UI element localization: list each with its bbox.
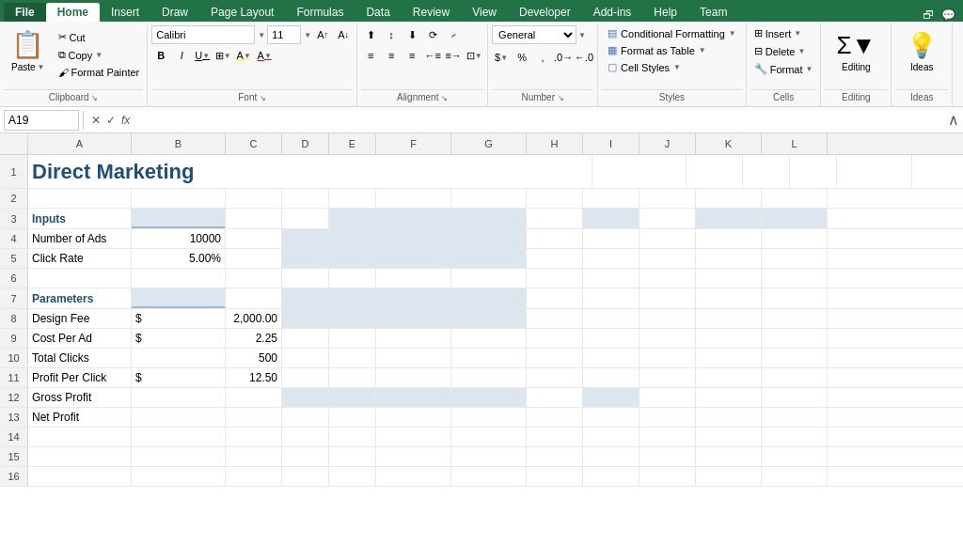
cell-k13[interactable]: [696, 408, 762, 427]
row-header-2[interactable]: 2: [0, 189, 28, 208]
name-box[interactable]: [4, 110, 79, 131]
cell-f9[interactable]: [376, 329, 451, 348]
cell-i6[interactable]: [583, 269, 639, 288]
cell-j7[interactable]: [639, 288, 696, 308]
cell-b9[interactable]: $: [132, 329, 226, 348]
row-header-10[interactable]: 10: [0, 349, 28, 367]
underline-button[interactable]: U▼: [193, 46, 212, 65]
format-dropdown[interactable]: ▼: [806, 65, 813, 73]
cell-l10[interactable]: [762, 349, 828, 367]
align-left-button[interactable]: ≡: [361, 46, 380, 65]
restore-icon[interactable]: 🗗: [923, 8, 934, 22]
cell-l11[interactable]: [762, 368, 828, 387]
cell-g2[interactable]: [451, 189, 527, 208]
cell-k8[interactable]: [696, 309, 762, 328]
cell-e3[interactable]: [329, 209, 376, 228]
cell-g9[interactable]: [451, 329, 527, 348]
cell-h12[interactable]: [527, 388, 583, 407]
cell-f5[interactable]: [376, 249, 451, 268]
cell-f8[interactable]: [376, 309, 451, 328]
fill-color-button[interactable]: A▼: [234, 46, 253, 65]
cell-j4[interactable]: [639, 229, 696, 248]
row-header-14[interactable]: 14: [0, 428, 28, 446]
confirm-formula-icon[interactable]: ✓: [106, 114, 116, 127]
copy-button[interactable]: ⧉ Copy ▼: [55, 47, 144, 63]
cell-b4[interactable]: 10000: [132, 229, 226, 248]
conditional-formatting-dropdown[interactable]: ▼: [729, 29, 736, 38]
corner-cell[interactable]: [0, 133, 28, 154]
tab-insert[interactable]: Insert: [100, 3, 150, 22]
font-size-input[interactable]: [267, 25, 301, 44]
row-header-16[interactable]: 16: [0, 467, 28, 486]
row-header-1[interactable]: 1: [0, 155, 28, 188]
cell-e12[interactable]: [329, 388, 376, 407]
paste-dropdown[interactable]: ▼: [38, 63, 45, 71]
cell-k4[interactable]: [696, 229, 762, 248]
decrease-decimal-button[interactable]: ←.0: [575, 48, 593, 67]
cell-j6[interactable]: [639, 269, 696, 288]
delete-button[interactable]: ⊟ Delete ▼: [750, 43, 817, 59]
cell-j11[interactable]: [639, 368, 696, 387]
cell-k6[interactable]: [696, 269, 762, 288]
cell-d10[interactable]: [282, 349, 329, 367]
cell-f7[interactable]: [376, 288, 451, 308]
cell-d13[interactable]: [282, 408, 329, 427]
cell-i13[interactable]: [583, 408, 639, 427]
cell-j10[interactable]: [639, 349, 696, 367]
cell-j12[interactable]: [639, 388, 696, 407]
italic-button[interactable]: I: [172, 46, 191, 65]
cell-l12[interactable]: [762, 388, 828, 407]
merge-center-button[interactable]: ⊡▼: [465, 46, 483, 65]
cell-d5[interactable]: [282, 249, 329, 268]
row-header-9[interactable]: 9: [0, 329, 28, 348]
cell-k3[interactable]: [696, 209, 762, 228]
cell-c7[interactable]: [226, 288, 282, 308]
cell-e13[interactable]: [329, 408, 376, 427]
cell-h3[interactable]: [527, 209, 583, 228]
cell-h4[interactable]: [527, 229, 583, 248]
cell-a9[interactable]: Cost Per Ad: [28, 329, 132, 348]
cell-k7[interactable]: [696, 288, 762, 308]
cell-a11[interactable]: Profit Per Click: [28, 368, 132, 387]
cell-d12[interactable]: [282, 388, 329, 407]
cell-e1[interactable]: [790, 155, 837, 188]
cell-b11[interactable]: $: [132, 368, 226, 387]
cell-f12[interactable]: [376, 388, 451, 407]
number-format-select[interactable]: General Number Currency Percentage: [492, 25, 576, 44]
cell-a3[interactable]: Inputs: [28, 209, 132, 228]
cell-f13[interactable]: [376, 408, 451, 427]
cell-h9[interactable]: [527, 329, 583, 348]
paste-button[interactable]: 📋 Paste ▼: [4, 25, 53, 87]
increase-decimal-button[interactable]: .0→: [554, 48, 573, 67]
cell-b3[interactable]: [132, 209, 226, 228]
format-button[interactable]: 🔧 Format ▼: [750, 61, 817, 77]
cell-h11[interactable]: [527, 368, 583, 387]
cell-a12[interactable]: Gross Profit: [28, 388, 132, 407]
cell-a8[interactable]: Design Fee: [28, 309, 132, 328]
col-header-d[interactable]: D: [282, 133, 329, 154]
cell-f2[interactable]: [376, 189, 451, 208]
cell-d6[interactable]: [282, 269, 329, 288]
cell-b12[interactable]: [132, 388, 226, 407]
row-header-12[interactable]: 12: [0, 388, 28, 407]
cell-b14[interactable]: [132, 428, 226, 446]
cell-i5[interactable]: [583, 249, 639, 268]
format-painter-button[interactable]: 🖌 Format Painter: [55, 65, 144, 80]
tab-review[interactable]: Review: [402, 3, 461, 22]
cell-l6[interactable]: [762, 269, 828, 288]
row-header-11[interactable]: 11: [0, 368, 28, 387]
cell-i2[interactable]: [583, 189, 639, 208]
cell-i12[interactable]: [583, 388, 639, 407]
insert-dropdown[interactable]: ▼: [794, 29, 801, 38]
cell-e5[interactable]: [329, 249, 376, 268]
cell-c14[interactable]: [226, 428, 282, 446]
cell-d4[interactable]: [282, 229, 329, 248]
format-as-table-button[interactable]: ▦ Format as Table ▼: [602, 42, 742, 58]
row-header-5[interactable]: 5: [0, 249, 28, 268]
cell-b6[interactable]: [132, 269, 226, 288]
cell-d11[interactable]: [282, 368, 329, 387]
tab-team[interactable]: Team: [688, 3, 738, 22]
cell-c1[interactable]: [687, 155, 743, 188]
cell-i4[interactable]: [583, 229, 639, 248]
tab-page-layout[interactable]: Page Layout: [199, 3, 285, 22]
